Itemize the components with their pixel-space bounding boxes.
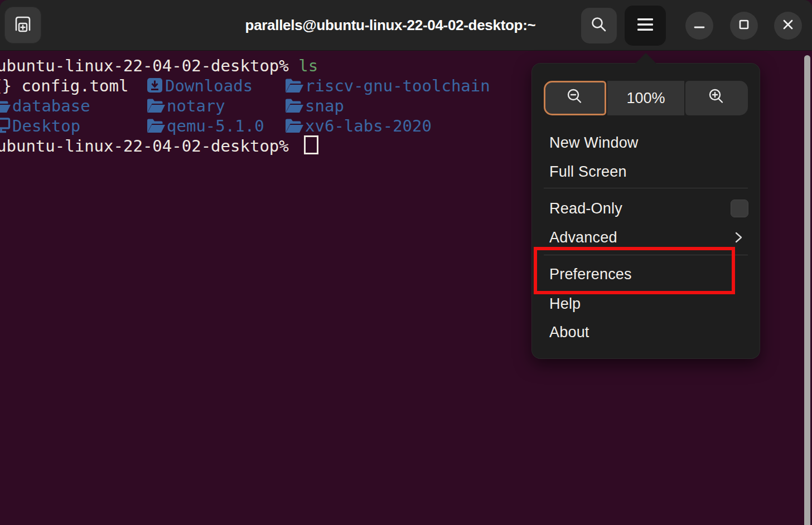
folder-open-icon (285, 118, 303, 138)
desktop-icon (0, 118, 11, 138)
dir-entry: database (0, 96, 90, 118)
dir-entry: qemu-5.1.0 (147, 116, 264, 138)
menu-item-read-only[interactable]: Read-Only (536, 194, 756, 223)
chevron-right-icon (732, 231, 745, 248)
dir-label: snap (305, 96, 344, 115)
menu-item-label: Read-Only (549, 200, 622, 217)
menu-item-label: New Window (549, 134, 639, 152)
menu-item-advanced[interactable]: Advanced (536, 223, 756, 252)
menu-popup-arrow (635, 53, 656, 64)
new-tab-button[interactable] (4, 7, 41, 43)
zoom-out-button[interactable] (544, 81, 606, 115)
dir-label: Desktop (12, 116, 80, 135)
dir-entry: snap (285, 96, 344, 118)
dir-label: riscv-gnu-toolchain (305, 76, 490, 95)
menu-button[interactable] (625, 6, 666, 46)
menu-item-label: Help (549, 295, 581, 313)
folder-open-icon (147, 98, 165, 118)
menu-item-label: Preferences (549, 266, 632, 283)
braces-icon: {} (0, 76, 12, 95)
maximize-icon (737, 18, 751, 33)
dir-entry: Downloads (147, 76, 253, 98)
prompt-text: ubuntu-linux-22-04-02-desktop% (0, 137, 289, 155)
menu-item-help[interactable]: Help (536, 289, 756, 318)
folder-open-icon (285, 77, 303, 98)
prompt-text: ubuntu-linux-22-04-02-desktop% (0, 56, 289, 75)
minimize-icon (693, 18, 706, 33)
screen: parallels@ubuntu-linux-22-04-02-desktop:… (0, 0, 812, 525)
minimize-button[interactable] (685, 12, 713, 40)
window-title: parallels@ubuntu-linux-22-04-02-desktop:… (245, 0, 536, 51)
close-icon (781, 18, 795, 33)
folder-open-icon (285, 98, 303, 118)
terminal-line-prompt-2: ubuntu-linux-22-04-02-desktop% (0, 136, 289, 156)
file-label: config.toml (21, 76, 128, 95)
terminal-scrollbar[interactable] (804, 55, 810, 525)
dir-label: database (12, 96, 90, 115)
dir-label: xv6-labs-2020 (305, 116, 432, 135)
file-entry: {} config.toml (0, 76, 128, 96)
folder-open-icon (0, 98, 11, 118)
search-icon (589, 15, 608, 36)
menu-separator (544, 255, 748, 255)
menu-item-about[interactable]: About (536, 318, 756, 347)
new-tab-icon (12, 14, 33, 36)
read-only-checkbox[interactable] (731, 200, 748, 217)
download-icon (147, 77, 163, 98)
dir-label: notary (167, 96, 225, 115)
menu-separator (544, 188, 748, 188)
dir-entry: xv6-labs-2020 (285, 116, 432, 138)
folder-open-icon (147, 118, 165, 138)
command-text: ls (298, 56, 318, 75)
menu-item-preferences[interactable]: Preferences (536, 260, 756, 289)
terminal-cursor (304, 135, 318, 154)
dir-entry: Desktop (0, 116, 80, 138)
menu-item-new-window[interactable]: New Window (536, 128, 756, 157)
search-button[interactable] (581, 8, 617, 43)
menu-item-label: Full Screen (549, 163, 627, 181)
dir-entry: riscv-gnu-toolchain (285, 76, 490, 98)
close-button[interactable] (774, 12, 802, 40)
menu-popup: 100% New Window Full Screen Read-Only Ad… (531, 63, 760, 359)
zoom-in-button[interactable] (685, 81, 748, 115)
zoom-level-label: 100% (607, 81, 684, 115)
hamburger-icon (637, 17, 654, 34)
terminal-line-prompt-1: ubuntu-linux-22-04-02-desktop% ls (0, 56, 318, 76)
menu-item-full-screen[interactable]: Full Screen (536, 157, 756, 186)
dir-entry: notary (147, 96, 225, 118)
menu-item-label: Advanced (549, 229, 617, 246)
menu-item-label: About (549, 324, 589, 341)
maximize-button[interactable] (730, 12, 758, 40)
dir-label: qemu-5.1.0 (167, 116, 264, 135)
titlebar: parallels@ubuntu-linux-22-04-02-desktop:… (0, 0, 812, 51)
zoom-out-icon (565, 87, 585, 109)
zoom-control: 100% (544, 81, 748, 115)
zoom-in-icon (707, 87, 727, 109)
dir-label: Downloads (165, 76, 253, 95)
